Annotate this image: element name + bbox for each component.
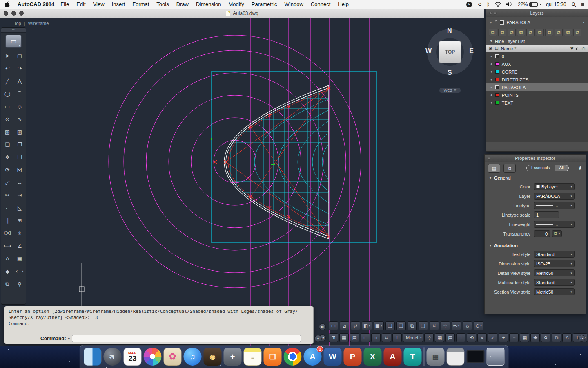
- powerpoint[interactable]: P: [344, 348, 362, 366]
- time-machine-icon[interactable]: ⟲: [477, 2, 481, 7]
- minimize-button[interactable]: [11, 11, 16, 16]
- polygon-tool[interactable]: ◇: [13, 100, 26, 113]
- layers-tool[interactable]: ⧉: [1, 278, 13, 290]
- trash[interactable]: [487, 348, 505, 366]
- plus-toggle[interactable]: + ▾: [499, 333, 508, 342]
- block-tool[interactable]: ◆: [1, 265, 13, 278]
- polyline-tool[interactable]: ⋀: [13, 75, 26, 88]
- lines-toggle[interactable]: ≡ ▾: [509, 333, 519, 342]
- link-button[interactable]: ⚯ ▾: [452, 321, 461, 330]
- command-prompt-label[interactable]: Command:: [40, 336, 66, 341]
- layer-column-icon[interactable]: ☐: [495, 46, 499, 51]
- panel-close-icon[interactable]: [489, 12, 492, 15]
- calendar[interactable]: MAR 23: [124, 348, 142, 366]
- visual-style-button[interactable]: ◧ ▾: [362, 321, 372, 330]
- POINTS[interactable]: ● POINTS: [486, 91, 588, 99]
- viewcube[interactable]: N S W E TOP: [425, 27, 474, 76]
- property-control[interactable]: 1 ▾: [534, 211, 559, 218]
- dim-angular-tool[interactable]: ∠: [13, 240, 26, 252]
- tool-palette-handle[interactable]: ⋯: [1, 28, 26, 33]
- rotate-snap[interactable]: ⟲ ▾: [467, 333, 476, 342]
- move-tool[interactable]: ✥: [1, 151, 13, 164]
- model-button[interactable]: Model ▾: [403, 333, 423, 342]
- command-collapse-button[interactable]: ▾: [314, 335, 322, 342]
- center-snap[interactable]: ⌖ ▾: [477, 333, 487, 342]
- property-control[interactable]: 0 ▾: [534, 230, 550, 237]
- angle-button[interactable]: ⊿ ▾: [340, 321, 349, 330]
- viewport-style-label[interactable]: Wireframe: [28, 21, 49, 26]
- hide-layer-list-toggle[interactable]: ▼ Hide Layer List: [486, 37, 588, 45]
- battery-indicator[interactable]: 22%: [518, 2, 541, 7]
- property-control[interactable]: … ▾: [534, 221, 575, 228]
- AUX[interactable]: ● AUX: [486, 60, 588, 68]
- dock-divider[interactable]: [424, 347, 425, 366]
- lasso-tool[interactable]: ▢: [13, 49, 26, 62]
- viewcube-north[interactable]: N: [447, 27, 452, 35]
- itunes[interactable]: ♫: [184, 348, 202, 366]
- point-style-button[interactable]: ⌑ ▾: [430, 321, 439, 330]
- lock-icon[interactable]: [494, 22, 497, 24]
- ducs-toggle[interactable]: ⊥ ▾: [392, 333, 402, 342]
- check-toggle[interactable]: ✓ ▾: [488, 333, 497, 342]
- paste-button[interactable]: ❐ ▾: [396, 321, 406, 330]
- overlay-button[interactable]: ⧉ ▾: [408, 321, 417, 330]
- undo-tool[interactable]: ↶: [1, 62, 13, 75]
- boundary-tool[interactable]: ❑: [1, 138, 13, 151]
- notification-center-icon[interactable]: ≡: [581, 2, 584, 7]
- layer-isolate-icon[interactable]: ⧉: [517, 29, 525, 36]
- chrome[interactable]: [284, 348, 302, 366]
- layer-color-swatch[interactable]: [495, 62, 499, 66]
- zoom-button[interactable]: [19, 11, 24, 16]
- remove-button[interactable]: ⊖ ▾: [474, 321, 483, 330]
- swap-button[interactable]: ⇄ ▾: [351, 321, 360, 330]
- CORTE[interactable]: ● CORTE: [486, 68, 588, 76]
- property-control[interactable]: ISO-25 ▾: [534, 260, 575, 267]
- ibooks[interactable]: ❏: [264, 348, 282, 366]
- command-input[interactable]: [72, 335, 301, 342]
- explode-tool[interactable]: ✳: [13, 227, 26, 240]
- layer-on-icon[interactable]: ●: [490, 85, 492, 89]
- finder[interactable]: [84, 348, 102, 366]
- property-control[interactable]: Metric50 ▾: [534, 269, 575, 276]
- layers-panel-titlebar[interactable]: Layers: [486, 9, 588, 17]
- display-app[interactable]: [467, 350, 485, 363]
- zoom-button[interactable]: ⚲ ▾: [541, 333, 550, 342]
- layer-delete-icon[interactable]: ⧉: [498, 29, 506, 36]
- t-app[interactable]: T: [404, 348, 422, 366]
- apple-menu[interactable]: [5, 1, 10, 7]
- pointer-tool[interactable]: ➤: [1, 49, 13, 62]
- perp-snap[interactable]: ⊥ ▾: [456, 333, 466, 342]
- current-layer-dropdown[interactable]: PARÁBOLA: [506, 20, 530, 25]
- PARÁBOLA[interactable]: ● PARÁBOLA: [486, 83, 588, 91]
- panel-close-icon[interactable]: [488, 157, 490, 160]
- offset-tool[interactable]: ∥: [1, 214, 13, 227]
- erase-tool[interactable]: ⌫: [1, 227, 13, 240]
- segment-all[interactable]: All: [555, 165, 568, 171]
- status-stepper-button[interactable]: ▴▾: [578, 335, 585, 342]
- lock-column-icon[interactable]: [576, 48, 579, 50]
- viewport-controls[interactable]: Top | Wireframe: [14, 21, 49, 26]
- redo-tool[interactable]: ↷: [13, 62, 26, 75]
- layer-new-icon[interactable]: ⧉: [489, 29, 497, 36]
- visibility-column-icon[interactable]: ◉: [489, 46, 492, 51]
- tab-layers[interactable]: ⧉: [503, 164, 516, 173]
- menubar-menu[interactable]: Modify: [225, 1, 247, 7]
- gradient-tool[interactable]: ▧: [13, 126, 26, 138]
- notes[interactable]: ≡: [244, 348, 262, 366]
- ortho-toggle[interactable]: ▤ ▾: [350, 333, 359, 342]
- freeze-column-icon[interactable]: ✱: [570, 46, 574, 51]
- segment-essentials[interactable]: Essentials: [527, 165, 555, 171]
- grid-3[interactable]: ▦ ▾: [520, 333, 529, 342]
- annotation-vis-button[interactable]: A ▾: [562, 333, 572, 342]
- layer-state-icon[interactable]: ⧉: [508, 29, 516, 36]
- layer-previous-icon[interactable]: ⧉: [573, 29, 581, 36]
- layer-lock-icon[interactable]: ⧉: [555, 29, 563, 36]
- menubar-menu[interactable]: Window: [281, 1, 307, 7]
- snap-style-button[interactable]: ⊹ ▾: [441, 321, 450, 330]
- name-column-header[interactable]: Name ⇕: [501, 46, 517, 51]
- extend-tool[interactable]: ⇥: [13, 189, 26, 202]
- plot-column-icon[interactable]: ⎙: [582, 46, 585, 51]
- chamfer-tool[interactable]: ◺: [13, 202, 26, 214]
- iphoto[interactable]: ✿: [164, 348, 182, 366]
- snap-2[interactable]: ⊹ ▾: [424, 333, 434, 342]
